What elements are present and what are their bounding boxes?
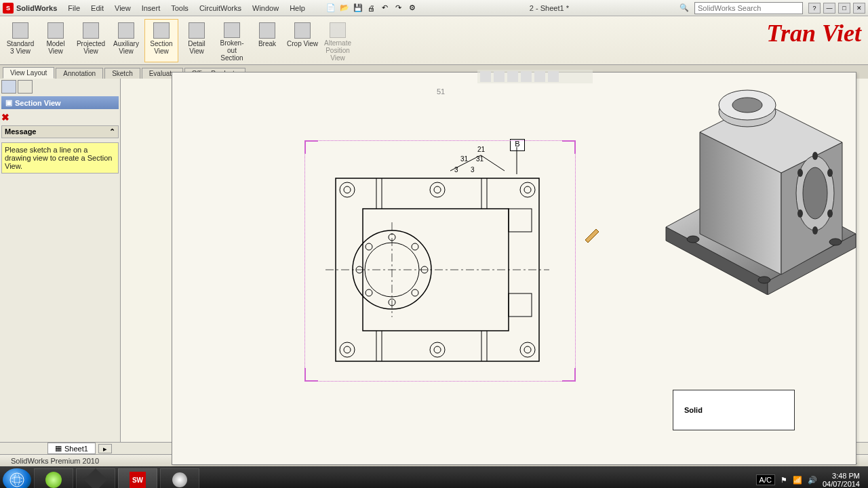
tab-annotation[interactable]: Annotation [56,68,103,79]
brokenout-icon [224,22,240,38]
zoom-area-icon[interactable] [494,71,505,82]
document-title: 2 - Sheet1 * [419,4,679,12]
ribbon-projected-view[interactable]: Projected View [74,19,108,62]
search-input[interactable] [694,2,803,14]
taskbar-app-4[interactable] [160,468,199,488]
menu-edit[interactable]: Edit [85,4,109,12]
drawing-canvas[interactable]: 51 B 21 31 31 3 3 [121,79,868,442]
app-name: SolidWorks [16,4,57,12]
sheet-tab-sheet1[interactable]: ▦ Sheet1 [47,443,96,454]
ribbon-auxiliary-view[interactable]: Auxiliary View [109,19,143,62]
svg-point-18 [434,186,441,193]
svg-point-25 [520,342,535,357]
ribbon-crop-view[interactable]: Crop View [285,19,319,62]
svg-point-53 [797,169,803,177]
pm-message-header[interactable]: Message ⌃ [1,125,119,138]
svg-point-34 [412,243,418,250]
tab-sketch[interactable]: Sketch [104,68,140,79]
drawing-sheet: 51 B 21 31 31 3 3 [172,72,856,465]
svg-point-23 [430,342,445,357]
taskbar-solidworks[interactable]: SW [118,468,157,488]
tray-date[interactable]: 04/07/2014 [823,480,860,488]
menu-tools[interactable]: Tools [165,4,194,12]
tray-time[interactable]: 3:48 PM [823,472,860,480]
prev-view-icon[interactable] [507,71,518,82]
drawing-view-selected[interactable] [304,140,576,382]
svg-point-21 [340,342,355,357]
zoom-fit-icon[interactable] [480,71,491,82]
property-manager: ▣ Section View ✖ Message ⌃ Please sketch… [0,79,121,442]
svg-point-59 [829,239,842,245]
collapse-icon[interactable]: ⌃ [109,127,115,136]
svg-point-33 [366,243,372,250]
svg-point-54 [827,169,833,177]
section-icon[interactable] [521,71,532,82]
svg-point-56 [827,209,833,218]
standard-3view-icon [12,22,28,39]
help-button[interactable]: ? [808,3,821,14]
svg-point-26 [524,346,531,353]
menu-file[interactable]: File [62,4,85,12]
svg-point-52 [812,226,818,235]
tray-network-icon[interactable]: 📶 [793,476,802,485]
section-view-icon: ▣ [5,98,12,107]
qat-options-icon[interactable]: ⚙ [406,3,419,14]
menu-view[interactable]: View [109,4,136,12]
pm-tab-feature-icon[interactable] [1,80,16,94]
svg-point-50 [803,167,827,219]
start-button[interactable] [3,468,31,488]
projected-view-icon [83,22,99,39]
svg-marker-39 [585,229,599,243]
qat-print-icon[interactable]: 🖨 [365,3,378,14]
tray-flag-icon[interactable]: ⚑ [781,476,787,485]
ribbon-model-view[interactable]: Model View [39,19,73,62]
ribbon-detail-view[interactable]: Detail View [180,19,214,62]
display-style-icon[interactable] [534,71,545,82]
alt-position-icon [330,22,346,38]
status-app-version: SolidWorks Premium 2010 [11,457,99,465]
ribbon-break[interactable]: Break [250,19,284,62]
titlebar: S SolidWorks File Edit View Insert Tools… [0,0,868,16]
menu-help[interactable]: Help [284,4,311,12]
qat-save-icon[interactable]: 💾 [351,3,365,14]
pm-cancel-button[interactable]: ✖ [1,112,119,123]
qat-open-icon[interactable]: 📂 [338,3,351,14]
svg-point-57 [687,236,699,243]
taskbar-app-2[interactable] [76,468,115,488]
tab-view-layout[interactable]: View Layout [3,67,54,79]
qat-redo-icon[interactable]: ↷ [392,3,406,14]
menu-window[interactable]: Window [247,4,284,12]
pm-title: ▣ Section View [1,96,119,109]
qat-undo-icon[interactable]: ↶ [378,3,392,14]
watermark: Tran Viet [766,19,861,47]
ribbon-alternate-position[interactable]: Alternate Position View [321,19,355,62]
svg-point-20 [524,186,531,193]
hide-show-icon[interactable] [548,71,559,82]
svg-point-24 [434,346,441,353]
section-view-icon [153,22,170,39]
menu-circuitworks[interactable]: CircuitWorks [194,4,247,12]
menu-insert[interactable]: Insert [136,4,166,12]
ribbon: Standard 3 View Model View Projected Vie… [0,16,868,65]
windows-taskbar: SW A/C ⚑ 📶 🔊 3:48 PM 04/07/2014 [0,466,868,488]
maximize-button[interactable]: □ [838,3,850,14]
tray-volume-icon[interactable]: 🔊 [808,476,817,485]
detail-view-icon [189,22,205,39]
break-icon [259,22,275,39]
close-button[interactable]: ✕ [853,3,865,14]
dim-top: 51 [437,87,445,96]
tray-ac[interactable]: A/C [756,474,775,485]
heads-up-toolbar [477,70,593,83]
pm-tab-property-icon[interactable] [18,80,33,94]
ribbon-standard-3-view[interactable]: Standard 3 View [3,19,37,62]
add-sheet-button[interactable]: ▸ [98,444,112,453]
minimize-button[interactable]: — [823,3,835,14]
qat-new-icon[interactable]: 📄 [324,3,338,14]
title-block: Solid [673,390,795,430]
svg-point-15 [340,182,355,197]
ribbon-section-view[interactable]: Section View [144,19,178,62]
svg-point-17 [430,182,445,197]
taskbar-app-1[interactable] [34,468,73,488]
ribbon-brokenout-section[interactable]: Broken-out Section [215,19,249,62]
svg-point-16 [344,186,351,193]
